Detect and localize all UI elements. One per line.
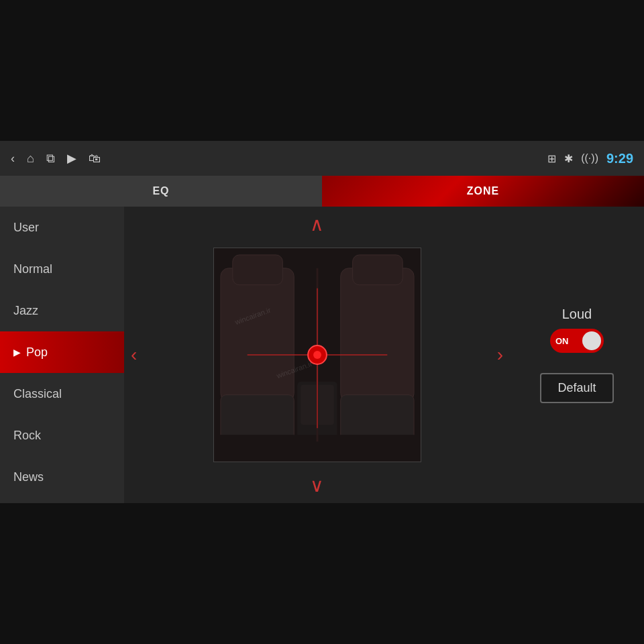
loud-toggle[interactable]: ON [550, 329, 604, 353]
top-bar-left: ‹ ⌂ ⧉ ▶ 🛍 [11, 151, 101, 166]
camera-button[interactable]: ▶ [67, 151, 76, 166]
sidebar-item-rock[interactable]: Rock [0, 415, 124, 456]
tab-zone[interactable]: ZONE [322, 176, 644, 207]
nav-down-button[interactable]: ∨ [310, 474, 324, 496]
sidebar-label-pop: Pop [26, 345, 48, 360]
toggle-knob [582, 331, 601, 350]
svg-rect-6 [352, 255, 402, 285]
nav-right-button[interactable]: › [497, 344, 503, 366]
sidebar-item-pop[interactable]: ▶ Pop [0, 331, 124, 373]
sidebar-item-classical[interactable]: Classical [0, 373, 124, 415]
toggle-on-label: ON [555, 336, 569, 346]
sidebar-label-news: News [13, 470, 44, 484]
back-button[interactable]: ‹ [11, 152, 15, 166]
svg-rect-1 [220, 268, 293, 402]
home-button[interactable]: ⌂ [27, 152, 34, 166]
sidebar-item-jazz[interactable]: Jazz [0, 290, 124, 331]
time-display: 9:29 [606, 151, 633, 166]
svg-rect-3 [232, 255, 282, 285]
top-bar: ‹ ⌂ ⧉ ▶ 🛍 ⊞ ✱ ((·)) 9:29 [0, 141, 644, 176]
device-screen: ‹ ⌂ ⧉ ▶ 🛍 ⊞ ✱ ((·)) 9:29 EQ ZONE [0, 141, 644, 503]
cast-icon: ⊞ [547, 152, 556, 165]
nav-left-button[interactable]: ‹ [131, 344, 137, 366]
sidebar-item-normal[interactable]: Normal [0, 248, 124, 290]
windows-button[interactable]: ⧉ [46, 152, 55, 166]
bluetooth-icon: ✱ [564, 152, 573, 165]
top-bar-right: ⊞ ✱ ((·)) 9:29 [547, 151, 633, 166]
tab-eq[interactable]: EQ [0, 176, 322, 207]
default-button[interactable]: Default [540, 373, 613, 403]
right-panel: Loud ON Default [510, 207, 644, 503]
loud-label: Loud [562, 307, 592, 322]
loud-section: Loud ON [550, 307, 604, 353]
wifi-icon: ((·)) [581, 152, 598, 164]
sidebar-item-news[interactable]: News [0, 456, 124, 498]
svg-rect-2 [220, 395, 293, 442]
play-arrow-icon: ▶ [13, 347, 21, 358]
car-seat-display: wincairan.ir wincairan.ir [213, 248, 421, 462]
svg-rect-4 [340, 268, 413, 402]
outer-wrapper: ‹ ⌂ ⧉ ▶ 🛍 ⊞ ✱ ((·)) 9:29 EQ ZONE [0, 0, 644, 644]
sidebar-label-normal: Normal [13, 262, 52, 276]
svg-point-14 [313, 351, 321, 359]
sidebar-label-jazz: Jazz [13, 304, 38, 318]
sidebar-item-user[interactable]: User [0, 207, 124, 248]
center-zone: ∧ ∨ ‹ › [124, 207, 510, 503]
sidebar-label-user: User [13, 221, 39, 235]
main-content: User Normal Jazz ▶ Pop Classical Rock [0, 207, 644, 503]
nav-up-button[interactable]: ∧ [310, 213, 324, 235]
sidebar-label-classical: Classical [13, 387, 62, 401]
bag-button[interactable]: 🛍 [89, 152, 101, 166]
sidebar-label-rock: Rock [13, 429, 41, 443]
svg-rect-5 [340, 395, 413, 442]
tabs-bar: EQ ZONE [0, 176, 644, 207]
sidebar: User Normal Jazz ▶ Pop Classical Rock [0, 207, 124, 503]
